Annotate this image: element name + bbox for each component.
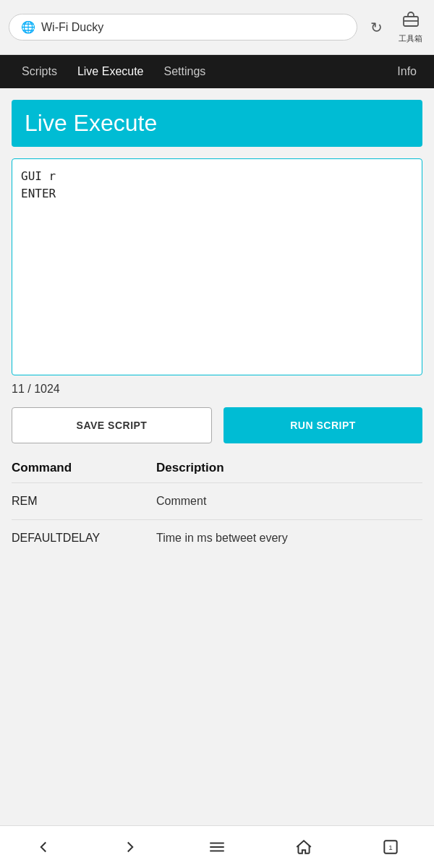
table-row: DEFAULTDELAY Time in ms betweet every: [12, 520, 422, 556]
save-script-button[interactable]: SAVE SCRIPT: [12, 407, 212, 443]
col-description-header: Description: [156, 461, 422, 475]
forward-button[interactable]: [109, 833, 151, 861]
live-execute-header: Live Execute: [12, 100, 422, 147]
globe-icon: 🌐: [21, 20, 35, 34]
row-command-rem: REM: [12, 495, 156, 508]
bottom-nav: 1: [0, 825, 434, 868]
svg-text:1: 1: [388, 843, 392, 851]
nav-item-settings[interactable]: Settings: [154, 55, 216, 88]
home-button[interactable]: [283, 833, 325, 861]
row-description-rem: Comment: [156, 495, 422, 508]
row-command-defaultdelay: DEFAULTDELAY: [12, 532, 156, 545]
reload-button[interactable]: ↻: [365, 16, 388, 39]
run-script-button[interactable]: RUN SCRIPT: [224, 407, 422, 443]
back-button[interactable]: [22, 833, 64, 861]
nav-item-scripts[interactable]: Scripts: [12, 55, 67, 88]
char-count: 11 / 1024: [12, 383, 422, 396]
table-row: REM Comment: [12, 483, 422, 519]
nav-bar: Scripts Live Execute Settings Info: [0, 55, 434, 88]
toolbox-button[interactable]: 工具箱: [396, 7, 425, 47]
nav-item-live-execute[interactable]: Live Execute: [67, 55, 154, 88]
command-table: Command Description REM Comment DEFAULTD…: [12, 461, 422, 556]
script-editor-container: GUI r ENTER: [12, 158, 422, 375]
toolbox-icon: [401, 10, 420, 33]
toolbox-label: 工具箱: [399, 33, 422, 44]
menu-button[interactable]: [196, 833, 238, 861]
row-description-defaultdelay: Time in ms betweet every: [156, 532, 422, 545]
tab-button[interactable]: 1: [370, 833, 412, 861]
nav-info[interactable]: Info: [391, 55, 422, 88]
table-header: Command Description: [12, 461, 422, 482]
address-text: Wi-Fi Ducky: [41, 21, 103, 34]
main-content: Live Execute GUI r ENTER 11 / 1024 SAVE …: [0, 88, 434, 825]
live-execute-title: Live Execute: [25, 110, 157, 136]
script-editor[interactable]: GUI r ENTER: [21, 168, 413, 363]
address-bar[interactable]: 🌐 Wi-Fi Ducky: [9, 14, 357, 41]
browser-bar: 🌐 Wi-Fi Ducky ↻ 工具箱: [0, 0, 434, 55]
col-command-header: Command: [12, 461, 156, 475]
buttons-row: SAVE SCRIPT RUN SCRIPT: [12, 407, 422, 443]
